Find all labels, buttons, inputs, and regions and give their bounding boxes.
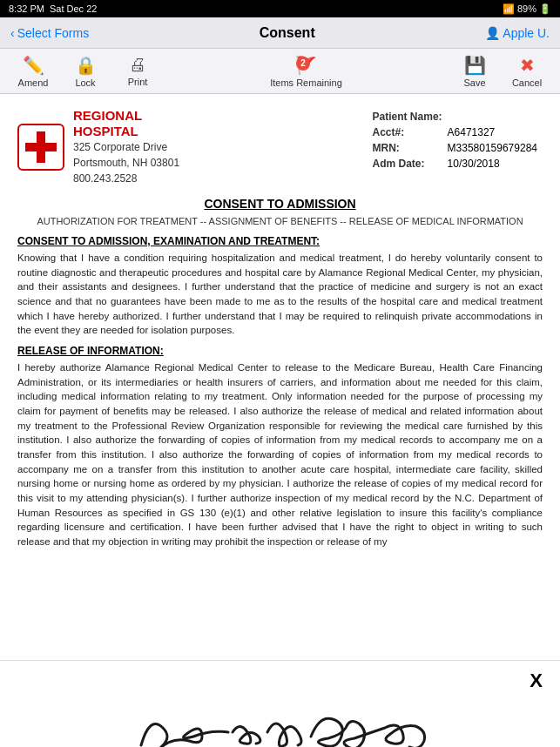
document-title: CONSENT TO ADMISSION xyxy=(17,197,543,211)
hospital-name: REGIONAL HOSPITAL xyxy=(73,108,179,139)
adm-date-value: 10/30/2018 xyxy=(448,157,541,171)
print-label: Print xyxy=(128,77,148,87)
battery-indicator: 📶 89% 🔋 xyxy=(503,3,551,15)
hospital-address: 325 Corporate Drive Portsmouth, NH 03801… xyxy=(73,139,179,186)
acct-label: Acct#: xyxy=(373,125,446,139)
save-button[interactable]: 💾 Save xyxy=(449,51,501,91)
adm-date-label: Adm Date: xyxy=(373,157,446,171)
chevron-left-icon: ‹ xyxy=(10,26,15,40)
section2-heading: RELEASE OF INFORMATION: xyxy=(17,345,543,357)
cancel-button[interactable]: ✖ Cancel xyxy=(501,51,553,91)
hospital-header: REGIONAL HOSPITAL 325 Corporate Drive Po… xyxy=(17,108,543,186)
section1-body: Knowing that I have a condition requirin… xyxy=(17,251,543,338)
cancel-icon: ✖ xyxy=(520,55,535,76)
back-button[interactable]: ‹ Select Forms xyxy=(10,26,89,40)
print-button[interactable]: 🖨 Print xyxy=(111,51,164,91)
amend-button[interactable]: ✏️ Amend xyxy=(7,51,59,91)
lock-button[interactable]: 🔒 Lock xyxy=(59,51,111,91)
user-menu[interactable]: 👤 Apple U. xyxy=(485,26,550,40)
items-remaining-button[interactable]: 🚩 2 Items Remaining xyxy=(164,51,449,91)
lock-label: Lock xyxy=(75,77,95,88)
document-subtitle: AUTHORIZATION FOR TREATMENT -- ASSIGNMEN… xyxy=(17,216,543,226)
items-remaining-badge: 2 xyxy=(296,57,310,71)
lock-icon: 🔒 xyxy=(75,55,97,76)
hospital-logo xyxy=(17,124,64,171)
mrn-label: MRN: xyxy=(373,141,446,155)
toolbar: ✏️ Amend 🔒 Lock 🖨 Print 🚩 2 Items Remain… xyxy=(0,49,560,94)
acct-value: A6471327 xyxy=(448,125,541,139)
signature-image xyxy=(106,663,455,747)
amend-label: Amend xyxy=(18,77,49,88)
document-area: REGIONAL HOSPITAL 325 Corporate Drive Po… xyxy=(0,94,560,660)
status-bar: 8:32 PM Sat Dec 22 📶 89% 🔋 xyxy=(0,0,560,17)
person-icon: 👤 xyxy=(485,26,500,40)
status-day: Sat Dec 22 xyxy=(50,3,97,14)
cross-icon xyxy=(25,131,57,163)
status-time: 8:32 PM xyxy=(9,3,44,14)
patient-info: Patient Name: Acct#: A6471327 MRN: M3358… xyxy=(371,108,543,172)
signature-svg xyxy=(115,667,446,747)
patient-name-label: Patient Name: xyxy=(373,110,446,124)
amend-icon: ✏️ xyxy=(23,55,44,76)
back-label: Select Forms xyxy=(17,26,89,40)
print-icon: 🖨 xyxy=(129,55,146,75)
hospital-logo-area: REGIONAL HOSPITAL 325 Corporate Drive Po… xyxy=(17,108,179,186)
save-label: Save xyxy=(463,77,485,88)
user-name: Apple U. xyxy=(503,26,550,40)
patient-name-value xyxy=(448,110,541,124)
signature-area[interactable]: X PATIENT / REPRESENTATIVE xyxy=(0,660,560,747)
items-remaining-icon: 🚩 2 xyxy=(295,55,317,76)
mrn-value: M33580159679284 xyxy=(448,141,541,155)
page-title: Consent xyxy=(260,25,315,41)
cancel-label: Cancel xyxy=(512,77,542,88)
section1-heading: CONSENT TO ADMISSION, EXAMINATION AND TR… xyxy=(17,235,543,247)
nav-bar: ‹ Select Forms Consent 👤 Apple U. xyxy=(0,17,560,49)
save-icon: 💾 xyxy=(464,55,486,76)
signature-x-mark: X xyxy=(530,670,543,692)
items-remaining-label: Items Remaining xyxy=(270,77,342,88)
hospital-name-block: REGIONAL HOSPITAL 325 Corporate Drive Po… xyxy=(73,108,179,186)
section2-body: I hereby authorize Alamance Regional Med… xyxy=(17,360,543,549)
